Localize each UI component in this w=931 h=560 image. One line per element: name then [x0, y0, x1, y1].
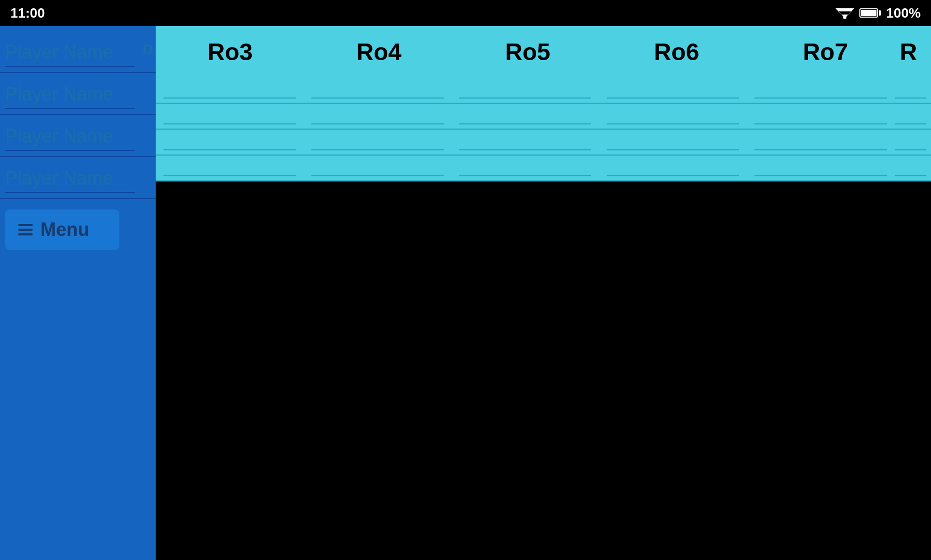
col-header-ro7: Ro7 [751, 38, 900, 66]
grid-cell-2-6[interactable] [895, 104, 926, 124]
grid-cell-4-6[interactable] [895, 156, 926, 176]
grid-cell-3-4[interactable] [607, 130, 739, 150]
grid-cell-2-2[interactable] [311, 104, 444, 124]
grid-cell-3-1[interactable] [163, 130, 296, 150]
grid-row-1 [156, 78, 931, 104]
col-header-r-partial: R [900, 38, 931, 66]
grid-body [156, 78, 931, 181]
status-bar: 11:00 100% [0, 0, 931, 26]
score-grid-wrapper: Ro3 Ro4 Ro5 Ro6 Ro7 R [156, 26, 931, 560]
grid-cell-3-2[interactable] [311, 130, 444, 150]
player-row-3 [0, 115, 156, 157]
grid-cell-1-3[interactable] [459, 78, 592, 99]
player-name-input-2[interactable] [5, 83, 135, 109]
grid-cell-3-3[interactable] [459, 130, 592, 150]
main-container: D Menu Ro3 Ro4 [0, 26, 931, 560]
grid-cell-1-6[interactable] [895, 78, 926, 99]
col-header-ro6: Ro6 [602, 38, 751, 66]
status-icons-area: 100% [836, 4, 921, 22]
player-d-label-1: D [143, 41, 153, 58]
battery-icon [859, 8, 881, 18]
grid-cell-1-4[interactable] [607, 78, 739, 99]
col-header-ro5: Ro5 [454, 38, 603, 66]
grid-cell-1-1[interactable] [163, 78, 296, 99]
back-arrow-icon [884, 511, 915, 537]
col-header-ro4: Ro4 [305, 38, 454, 66]
status-time-area: 11:00 [10, 5, 45, 21]
player-name-input-1[interactable] [5, 41, 135, 67]
player-row-4 [0, 157, 156, 199]
grid-cell-4-4[interactable] [607, 156, 739, 176]
hamburger-line-2 [18, 229, 33, 231]
back-button[interactable] [884, 509, 915, 544]
grid-cell-3-5[interactable] [755, 130, 887, 150]
sidebar: D Menu [0, 26, 156, 560]
grid-row-4 [156, 156, 931, 181]
grid-cell-1-5[interactable] [755, 78, 887, 99]
menu-label: Menu [40, 219, 89, 241]
grid-cell-4-5[interactable] [755, 156, 887, 176]
hamburger-icon [18, 224, 33, 235]
grid-cell-4-3[interactable] [459, 156, 592, 176]
grid-cell-4-2[interactable] [311, 156, 444, 176]
grid-cell-2-5[interactable] [755, 104, 887, 124]
grid-cell-3-6[interactable] [895, 130, 926, 150]
grid-cell-2-3[interactable] [459, 104, 592, 124]
battery-tip [879, 10, 881, 16]
hamburger-line-1 [18, 224, 33, 226]
battery-percent: 100% [886, 5, 921, 21]
svg-marker-4 [884, 514, 915, 535]
menu-button[interactable]: Menu [5, 209, 119, 250]
player-row-2 [0, 73, 156, 115]
score-grid: Ro3 Ro4 Ro5 Ro6 Ro7 R [156, 26, 931, 181]
grid-cell-1-2[interactable] [311, 78, 444, 99]
player-name-input-3[interactable] [5, 125, 135, 151]
wifi-icon [836, 4, 854, 22]
grid-cell-2-4[interactable] [607, 104, 739, 124]
grid-row-2 [156, 104, 931, 130]
grid-header: Ro3 Ro4 Ro5 Ro6 Ro7 R [156, 26, 931, 78]
col-header-ro3: Ro3 [156, 38, 305, 66]
grid-cell-2-1[interactable] [163, 104, 296, 124]
player-name-input-4[interactable] [5, 167, 135, 193]
time-display: 11:00 [10, 5, 45, 21]
battery-fill [861, 10, 877, 16]
grid-cell-4-1[interactable] [163, 156, 296, 176]
hamburger-line-3 [18, 233, 33, 235]
grid-row-3 [156, 130, 931, 156]
battery-body [859, 8, 878, 18]
back-button-area [884, 509, 915, 544]
player-row-1: D [0, 31, 156, 73]
